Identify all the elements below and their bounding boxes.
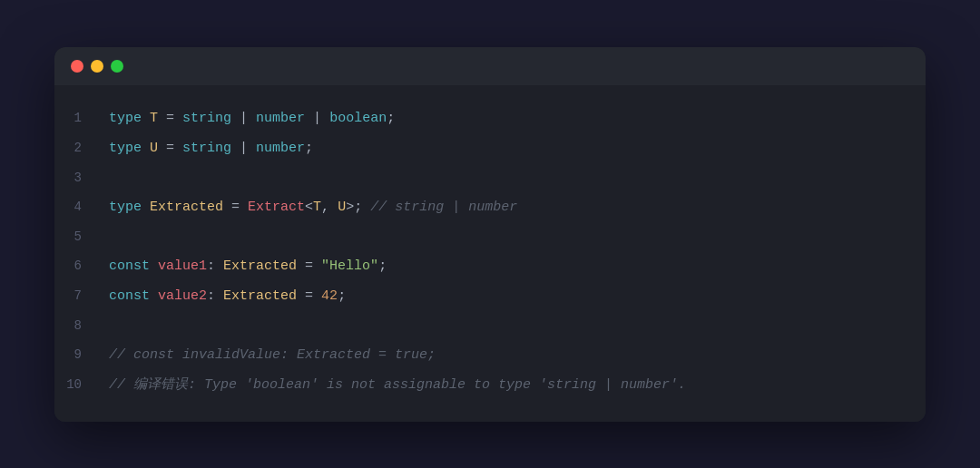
token-op: , bbox=[321, 200, 338, 215]
token-op: = bbox=[297, 288, 321, 304]
token-colon: : bbox=[207, 288, 215, 304]
token-op: ; bbox=[354, 200, 362, 215]
token-op: | bbox=[231, 141, 256, 156]
token-op: | bbox=[231, 111, 256, 126]
token-type-name: U bbox=[338, 200, 346, 215]
line-content: type U = string | number; bbox=[100, 136, 926, 161]
line-number: 1 bbox=[54, 105, 100, 131]
code-editor: 1type T = string | number | boolean;2typ… bbox=[54, 85, 926, 422]
line-number: 7 bbox=[54, 283, 100, 308]
token-generic: Extract bbox=[248, 200, 305, 215]
token-builtin: string bbox=[182, 111, 231, 126]
token-op bbox=[150, 288, 158, 304]
line-content: const value1: Extracted = "Hello"; bbox=[100, 254, 926, 279]
token-kw: const bbox=[109, 258, 150, 274]
token-type-name: Extracted bbox=[223, 288, 297, 304]
code-line: 10// 编译错误: Type 'boolean' is not assigna… bbox=[54, 370, 926, 400]
token-number-val: 42 bbox=[321, 288, 338, 304]
line-number: 6 bbox=[54, 253, 100, 278]
token-op bbox=[142, 200, 150, 215]
token-kw: type bbox=[109, 141, 142, 156]
line-content: const value2: Extracted = 42; bbox=[100, 284, 926, 309]
token-comment: // const invalidValue: Extracted = true; bbox=[109, 347, 436, 363]
token-op: ; bbox=[387, 111, 395, 126]
token-op: > bbox=[346, 200, 354, 215]
minimize-button[interactable] bbox=[91, 60, 103, 73]
token-kw: const bbox=[109, 288, 150, 304]
token-op bbox=[150, 258, 158, 274]
token-type-name: Extracted bbox=[150, 200, 223, 215]
code-line: 9// const invalidValue: Extracted = true… bbox=[54, 340, 926, 370]
line-content: // 编译错误: Type 'boolean' is not assignabl… bbox=[100, 373, 926, 398]
code-line: 3 bbox=[54, 163, 926, 192]
token-op: < bbox=[305, 200, 313, 215]
maximize-button[interactable] bbox=[111, 60, 123, 73]
token-op bbox=[142, 111, 150, 126]
token-colon: : bbox=[207, 258, 215, 274]
code-window: 1type T = string | number | boolean;2typ… bbox=[54, 47, 926, 422]
token-type-name: Extracted bbox=[223, 258, 297, 274]
line-number: 4 bbox=[54, 194, 100, 219]
code-line: 8 bbox=[54, 311, 926, 340]
line-number: 10 bbox=[54, 372, 100, 397]
token-type-name: U bbox=[150, 141, 158, 156]
token-builtin: number bbox=[256, 111, 305, 126]
token-op: = bbox=[223, 200, 248, 215]
line-number: 5 bbox=[54, 224, 100, 249]
token-type-name: T bbox=[150, 111, 158, 126]
token-string-val: "Hello" bbox=[321, 258, 378, 274]
token-var-name: value2 bbox=[158, 288, 207, 304]
code-line: 4type Extracted = Extract<T, U>; // stri… bbox=[54, 192, 926, 222]
titlebar bbox=[54, 47, 926, 85]
code-line: 5 bbox=[54, 222, 926, 251]
token-var-name: value1 bbox=[158, 258, 207, 274]
line-number: 3 bbox=[54, 165, 100, 190]
line-content: type Extracted = Extract<T, U>; // strin… bbox=[100, 195, 926, 220]
code-line: 6const value1: Extracted = "Hello"; bbox=[54, 251, 926, 281]
token-builtin: string bbox=[182, 141, 231, 156]
line-number: 2 bbox=[54, 135, 100, 161]
token-comment: // string | number bbox=[362, 200, 517, 215]
line-number: 8 bbox=[54, 313, 100, 338]
line-number: 9 bbox=[54, 342, 100, 367]
token-op: = bbox=[158, 141, 182, 156]
token-op: ; bbox=[305, 141, 313, 156]
token-op bbox=[142, 141, 150, 156]
code-line: 1type T = string | number | boolean; bbox=[54, 103, 926, 133]
code-line: 2type U = string | number; bbox=[54, 133, 926, 163]
token-op: | bbox=[305, 111, 329, 126]
close-button[interactable] bbox=[71, 60, 83, 73]
code-line: 7const value2: Extracted = 42; bbox=[54, 281, 926, 311]
token-kw: type bbox=[109, 111, 142, 126]
token-builtin: boolean bbox=[329, 111, 387, 126]
token-op: = bbox=[297, 258, 321, 274]
token-op bbox=[215, 258, 223, 274]
line-content: // const invalidValue: Extracted = true; bbox=[100, 343, 926, 368]
token-kw: type bbox=[109, 200, 142, 215]
token-type-name: T bbox=[313, 200, 321, 215]
token-op: ; bbox=[338, 288, 346, 304]
token-op: ; bbox=[378, 258, 387, 274]
token-comment: // 编译错误: Type 'boolean' is not assignabl… bbox=[109, 377, 686, 393]
token-builtin: number bbox=[256, 141, 305, 156]
line-content: type T = string | number | boolean; bbox=[100, 106, 926, 132]
token-op bbox=[215, 288, 223, 304]
token-op: = bbox=[158, 111, 182, 126]
